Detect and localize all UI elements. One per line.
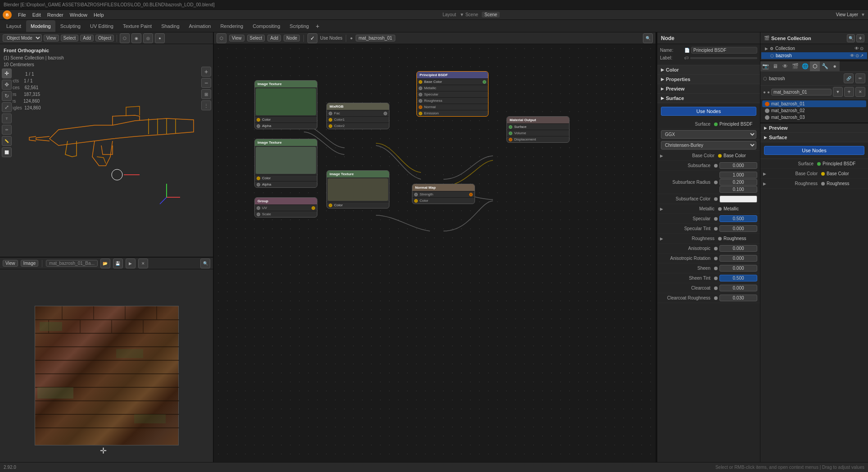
- object-menu[interactable]: Object: [95, 35, 114, 41]
- node-add-menu[interactable]: Add: [267, 35, 281, 41]
- far-surface-section[interactable]: ▶ Surface: [760, 133, 868, 142]
- node-normal-map[interactable]: Normal Map Strength Color: [412, 184, 475, 204]
- surface-type-value[interactable]: Principled BSDF: [719, 122, 757, 127]
- node-name-value[interactable]: Principled BSDF: [691, 47, 757, 54]
- node-group-1[interactable]: Group UV Scale: [254, 197, 317, 218]
- node-zoom-btn[interactable]: 🔍: [643, 33, 653, 43]
- modifier-props-btn[interactable]: 🔧: [820, 61, 830, 71]
- tab-modeling[interactable]: Modeling: [26, 20, 55, 32]
- viewport-shading-material[interactable]: ◎: [143, 33, 153, 43]
- subsurface-radius-2[interactable]: 0.200: [719, 179, 757, 186]
- node-material-output[interactable]: Material Output Surface Volume Displacem…: [506, 116, 570, 143]
- filter-collection-btn[interactable]: 🔍: [847, 34, 855, 42]
- base-color-value[interactable]: Base Color: [723, 153, 757, 158]
- far-base-color-value[interactable]: Base Color: [827, 171, 865, 176]
- material-properties-scroll[interactable]: ▶ Base Color Base Color Subsurface 0.000…: [657, 151, 760, 472]
- node-image-texture-2[interactable]: Image Texture Color Alpha: [254, 139, 317, 188]
- subsurface-radius-3[interactable]: 0.100: [719, 186, 757, 193]
- menu-edit[interactable]: Edit: [30, 11, 44, 18]
- add-collection-btn[interactable]: +: [856, 34, 864, 42]
- menu-render[interactable]: Render: [45, 11, 66, 18]
- anisotropic-value[interactable]: 0.000: [719, 245, 757, 252]
- img-x-btn[interactable]: ✕: [138, 259, 148, 268]
- node-image-texture-1[interactable]: Image Texture Color Alpha: [254, 80, 317, 129]
- scene-props-btn[interactable]: 🎬: [790, 61, 800, 71]
- material-item-02[interactable]: mat_bazrosh_02: [762, 107, 866, 114]
- roughness-value[interactable]: Roughness: [723, 236, 757, 241]
- node-select-menu[interactable]: Select: [247, 35, 265, 41]
- browse-material-btn[interactable]: ▼: [833, 87, 843, 97]
- view-menu[interactable]: View: [44, 35, 59, 41]
- image-viewer-content[interactable]: ✛: [0, 269, 213, 472]
- node-type-select[interactable]: ⬡: [217, 33, 226, 43]
- tab-texture-paint[interactable]: Texture Paint: [118, 20, 156, 32]
- viewport-3d[interactable]: Front Orthographic (1) Scene Collection …: [0, 44, 213, 257]
- remove-material-btn[interactable]: ✕: [855, 87, 865, 97]
- world-props-btn[interactable]: 🌐: [800, 61, 810, 71]
- specular-value[interactable]: 0.500: [719, 215, 757, 222]
- specular-tint-value[interactable]: 0.000: [719, 225, 757, 232]
- tab-compositing[interactable]: Compositing: [248, 20, 285, 32]
- tool-annotate[interactable]: ✏: [2, 125, 12, 135]
- select-menu[interactable]: Select: [61, 35, 79, 41]
- tool-transform[interactable]: T: [2, 113, 12, 123]
- menu-help[interactable]: Help: [91, 11, 107, 18]
- far-preview-section[interactable]: ▶ Preview: [760, 123, 868, 133]
- node-mix-1[interactable]: MixRGB Fac Color1 Color2: [326, 103, 389, 129]
- grid-view-btn[interactable]: ⋮: [201, 100, 211, 110]
- link-unlink-btn[interactable]: 🔗: [844, 73, 854, 83]
- output-props-btn[interactable]: 🖥: [770, 61, 780, 71]
- sheen-tint-value[interactable]: 0.500: [719, 275, 757, 281]
- node-image-texture-3[interactable]: Image Texture Color: [326, 170, 389, 209]
- metallic-value[interactable]: Metallic: [723, 206, 757, 211]
- img-view-menu[interactable]: View: [3, 260, 18, 267]
- viewport-shading-solid[interactable]: ◉: [131, 33, 141, 43]
- object-props-btn[interactable]: ⬡: [810, 61, 820, 71]
- img-image-menu[interactable]: Image: [21, 260, 39, 267]
- far-surface-value[interactable]: Principled BSDF: [823, 161, 865, 166]
- ggx-select[interactable]: GGX Multi-GGX: [661, 130, 756, 139]
- tool-measure[interactable]: 📏: [2, 136, 12, 146]
- active-material-name[interactable]: mat_bazrosh_01: [771, 89, 832, 95]
- zoom-in-btn[interactable]: +: [201, 67, 211, 77]
- zoom-out-btn[interactable]: −: [201, 78, 211, 88]
- new-material-btn[interactable]: +: [844, 87, 854, 97]
- tab-animation[interactable]: Animation: [185, 20, 216, 32]
- properties-section-header[interactable]: ▶ Properties: [657, 75, 760, 84]
- object-name[interactable]: bazrosh: [769, 76, 842, 81]
- scene-name[interactable]: Scene: [482, 12, 500, 18]
- far-roughness-value[interactable]: Roughness: [827, 181, 865, 186]
- viewport-shading-wireframe[interactable]: ⬡: [120, 33, 130, 43]
- far-use-nodes-button[interactable]: Use Nodes: [764, 146, 864, 155]
- view-props-btn[interactable]: 👁: [780, 61, 790, 71]
- add-workspace-button[interactable]: +: [316, 23, 319, 30]
- subsurface-radius-1[interactable]: 1.000: [719, 172, 757, 178]
- mode-select[interactable]: Object Mode: [3, 34, 42, 42]
- tool-rotate[interactable]: ↻: [2, 91, 12, 101]
- subsurface-color-swatch[interactable]: [719, 195, 757, 203]
- material-name-node[interactable]: mat_bazrosh_01: [356, 35, 396, 41]
- tab-rendering[interactable]: Rendering: [216, 20, 248, 32]
- material-item-01[interactable]: mat_bazrosh_01: [762, 100, 866, 107]
- clearcoat-roughness-value[interactable]: 0.030: [719, 295, 757, 301]
- clearcoat-value[interactable]: 0.000: [719, 285, 757, 291]
- collection-root-item[interactable]: ▶ ⚙ Collection 👁 ⊙: [761, 45, 867, 52]
- edit-props-btn[interactable]: ✏: [855, 73, 865, 83]
- camera-view-btn[interactable]: ⊞: [201, 89, 211, 99]
- view-layer-selector[interactable]: ▼: [861, 12, 865, 17]
- tab-layout[interactable]: Layout: [2, 20, 26, 32]
- blender-logo[interactable]: B: [3, 10, 12, 19]
- use-nodes-button[interactable]: Use Nodes: [661, 107, 756, 116]
- img-save-btn[interactable]: 💾: [113, 259, 123, 268]
- tool-cursor[interactable]: ✛: [2, 68, 12, 78]
- tab-sculpting[interactable]: Sculpting: [56, 20, 85, 32]
- node-view-menu[interactable]: View: [229, 35, 244, 41]
- render-props-btn[interactable]: 📷: [760, 61, 770, 71]
- tool-move[interactable]: ✥: [2, 80, 12, 90]
- scene-selector[interactable]: ▼ Scene: [460, 12, 478, 17]
- use-nodes-toggle[interactable]: ✓: [307, 33, 317, 43]
- node-label-value[interactable]: [690, 57, 757, 59]
- subsurface-value[interactable]: 0.000: [719, 162, 757, 169]
- surface-section-header[interactable]: ▶ Surface: [657, 94, 760, 103]
- tab-uv-editing[interactable]: UV Editing: [86, 20, 118, 32]
